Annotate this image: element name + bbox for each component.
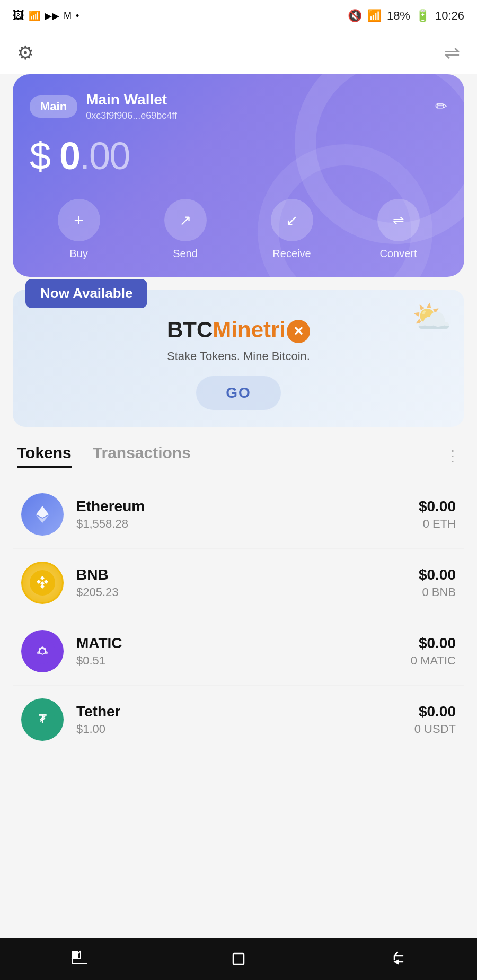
balance-decimal: .00 <box>80 135 129 177</box>
buy-button[interactable]: + <box>58 199 100 241</box>
banner-title: BTCMinetri✕ <box>30 317 447 343</box>
promo-banner: Now Available ⛅ BTCMinetri✕ Stake Tokens… <box>13 290 464 427</box>
main-badge: Main <box>30 95 77 118</box>
go-button[interactable]: GO <box>196 376 281 410</box>
balance-whole: 0 <box>59 135 80 177</box>
token-balance-tether: $0.00 0 USDT <box>414 703 456 736</box>
list-item[interactable]: ₮ Tether $1.00 $0.00 0 USDT <box>13 686 464 754</box>
time-display: 10:26 <box>435 9 464 23</box>
svg-marker-0 <box>36 506 49 518</box>
svg-rect-9 <box>72 951 78 952</box>
token-price-matic: $0.51 <box>76 654 411 668</box>
wallet-header: Main Main Wallet 0xc3f9f906...e69bc4ff ✏ <box>30 91 447 121</box>
wallet-name-block: Main Wallet 0xc3f9f906...e69bc4ff <box>86 91 177 121</box>
svg-rect-12 <box>233 953 244 964</box>
status-bar-right: 🔇 📶 18% 🔋 10:26 <box>348 9 464 23</box>
usdt-icon: ₮ <box>21 698 64 741</box>
list-item[interactable]: BNB $205.23 $0.00 0 BNB <box>13 549 464 617</box>
mute-icon: 🔇 <box>348 9 362 23</box>
convert-button[interactable]: ⇌ <box>377 199 420 241</box>
token-balance-bnb: $0.00 0 BNB <box>419 566 456 599</box>
token-info-tether: Tether $1.00 <box>76 703 414 736</box>
matic-icon <box>21 630 64 672</box>
wallet-card: Main Main Wallet 0xc3f9f906...e69bc4ff ✏… <box>13 74 464 277</box>
svg-text:₮: ₮ <box>39 713 47 726</box>
token-balance-matic: $0.00 0 MATIC <box>411 635 456 668</box>
battery-icon: 🔋 <box>416 9 430 23</box>
top-nav: ⚙ ⇌ <box>0 32 477 74</box>
wifi-icon: 📶 <box>367 9 382 23</box>
token-usd-bnb: $0.00 <box>419 566 456 583</box>
token-list: Ethereum $1,558.28 $0.00 0 ETH BNB $205.… <box>0 480 477 754</box>
eth-icon <box>21 493 64 536</box>
token-balance-eth: $0.00 0 ETH <box>419 498 456 531</box>
svg-point-4 <box>37 651 40 654</box>
currency-symbol: $ <box>30 135 50 177</box>
image-icon: 🖼 <box>13 9 24 23</box>
wallet-address: 0xc3f9f906...e69bc4ff <box>86 110 177 121</box>
send-label: Send <box>173 248 198 260</box>
token-name-tether: Tether <box>76 703 414 720</box>
battery-text: 18% <box>387 9 410 23</box>
tab-transactions[interactable]: Transactions <box>93 444 191 468</box>
tabs-container: Tokens Transactions ⋮ <box>0 444 477 468</box>
svg-rect-10 <box>72 953 73 964</box>
send-button[interactable]: ↗ <box>164 199 207 241</box>
svg-rect-11 <box>72 963 87 964</box>
token-info-eth: Ethereum $1,558.28 <box>76 498 419 531</box>
banner-content: BTCMinetri✕ Stake Tokens. Mine Bitcoin. … <box>30 307 447 410</box>
list-item[interactable]: Ethereum $1,558.28 $0.00 0 ETH <box>13 480 464 549</box>
svg-point-5 <box>45 651 48 654</box>
buy-action[interactable]: + Buy <box>30 199 128 260</box>
token-amount-eth: 0 ETH <box>419 517 456 531</box>
btc-text: BTC <box>167 317 213 342</box>
token-amount-tether: 0 USDT <box>414 722 456 736</box>
nav-back-button[interactable] <box>64 943 95 975</box>
token-usd-tether: $0.00 <box>414 703 456 720</box>
token-price-tether: $1.00 <box>76 722 414 736</box>
status-bar: 🖼 📶 ▶▶ M • 🔇 📶 18% 🔋 10:26 <box>0 0 477 32</box>
buy-label: Buy <box>69 248 87 260</box>
wallet-actions: + Buy ↗ Send ↙ Receive ⇌ Convert <box>30 199 447 260</box>
svg-point-3 <box>30 638 55 664</box>
tabs: Tokens Transactions <box>17 444 191 468</box>
token-price-eth: $1,558.28 <box>76 517 419 531</box>
wallet-header-left: Main Main Wallet 0xc3f9f906...e69bc4ff <box>30 91 177 121</box>
x-circle-icon: ✕ <box>287 320 310 343</box>
tab-menu-icon[interactable]: ⋮ <box>445 447 460 465</box>
minetrix-text: Minetri✕ <box>213 317 310 342</box>
token-info-matic: MATIC $0.51 <box>76 635 411 668</box>
status-bar-left: 🖼 📶 ▶▶ M • <box>13 9 79 23</box>
bottom-nav <box>0 938 477 980</box>
wallet-balance: $ 0.00 <box>30 134 447 178</box>
now-available-badge: Now Available <box>25 279 147 308</box>
send-action[interactable]: ↗ Send <box>136 199 234 260</box>
receive-action[interactable]: ↙ Receive <box>243 199 341 260</box>
bnb-icon <box>21 562 64 604</box>
list-item[interactable]: MATIC $0.51 $0.00 0 MATIC <box>13 617 464 686</box>
edit-wallet-icon[interactable]: ✏ <box>435 98 447 115</box>
dot-icon: • <box>76 11 79 22</box>
token-price-bnb: $205.23 <box>76 585 419 599</box>
wallet-name: Main Wallet <box>86 91 177 108</box>
cloud-icon: ⛅ <box>412 298 452 336</box>
convert-action[interactable]: ⇌ Convert <box>349 199 447 260</box>
nav-return-button[interactable] <box>382 943 413 975</box>
settings-icon[interactable]: ⚙ <box>17 42 34 64</box>
token-amount-bnb: 0 BNB <box>419 585 456 599</box>
token-name-matic: MATIC <box>76 635 411 652</box>
banner-subtitle: Stake Tokens. Mine Bitcoin. <box>30 349 447 363</box>
filter-icon[interactable]: ⇌ <box>444 42 460 64</box>
convert-label: Convert <box>379 248 417 260</box>
forward-icon: ▶▶ <box>45 10 59 22</box>
token-usd-matic: $0.00 <box>411 635 456 652</box>
receive-button[interactable]: ↙ <box>271 199 313 241</box>
token-usd-eth: $0.00 <box>419 498 456 515</box>
nav-home-button[interactable] <box>223 943 254 975</box>
signal-icon: 📶 <box>29 10 40 22</box>
gmail-icon: M <box>64 11 72 22</box>
receive-label: Receive <box>272 248 311 260</box>
tab-tokens[interactable]: Tokens <box>17 444 72 468</box>
token-amount-matic: 0 MATIC <box>411 654 456 668</box>
token-info-bnb: BNB $205.23 <box>76 566 419 599</box>
